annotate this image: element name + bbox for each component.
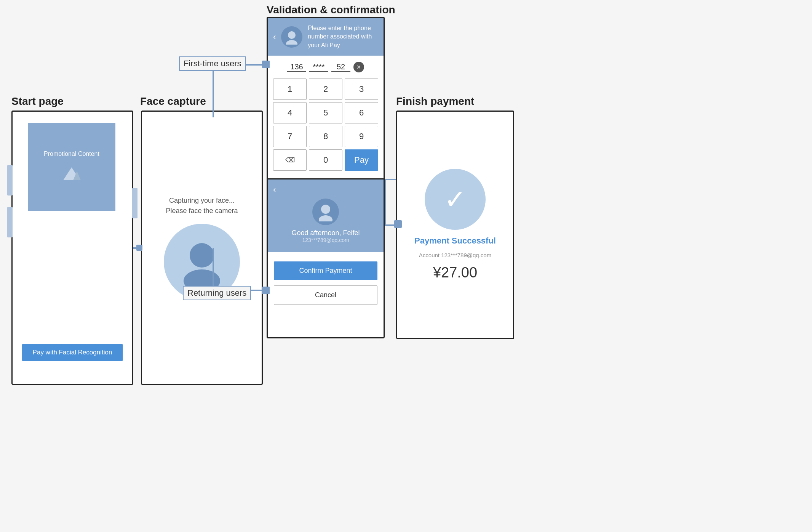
connector-finish-v (385, 179, 386, 224)
checkmark-icon: ✓ (444, 184, 467, 215)
key-8[interactable]: 8 (309, 126, 342, 147)
svg-point-5 (286, 40, 297, 45)
validation-frame: ‹ Please enter the phone number associat… (267, 17, 385, 196)
connector-finish-endpoint (394, 220, 402, 228)
key-0[interactable]: 0 (309, 149, 342, 171)
connector-returning-v (213, 248, 214, 290)
payment-success-label: Payment Successful (414, 236, 496, 246)
validation-avatar (281, 26, 302, 48)
payment-amount: ¥27.00 (433, 264, 477, 281)
start-page-frame: Promotional Content Pay with Facial Reco… (11, 111, 133, 385)
mountain-icon (60, 164, 83, 183)
face-capture-label: Face capture (140, 95, 206, 107)
clear-button[interactable]: ✕ (353, 62, 364, 72)
returning-users-label: Returning users (183, 286, 251, 300)
key-pay[interactable]: Pay (345, 149, 378, 171)
side-tab-left-bottom (7, 207, 13, 237)
finish-payment-frame: ✓ Payment Successful Account 123***789@q… (396, 111, 514, 339)
validation-label: Validation & confirmation (267, 4, 395, 16)
svg-point-4 (288, 31, 296, 39)
connector-finish-h1 (385, 179, 396, 180)
confirm-payment-button[interactable]: Confirm Payment (274, 261, 377, 280)
key-4[interactable]: 4 (273, 102, 307, 123)
svg-point-7 (319, 215, 332, 221)
confirm-frame: ‹ Good afternoon, Feifei 123***789@qq.co… (267, 178, 385, 338)
key-6[interactable]: 6 (345, 102, 378, 123)
confirm-user-name: Good afternoon, Feifei (291, 229, 360, 237)
confirm-avatar-row: Good afternoon, Feifei 123***789@qq.com (273, 199, 378, 243)
validation-header: ‹ Please enter the phone number associat… (268, 18, 384, 56)
connector-first-time-endpoint (262, 61, 270, 68)
face-capture-frame: Capturing your face... Please face the c… (141, 111, 263, 385)
face-capture-text: Capturing your face... Please face the c… (166, 195, 238, 216)
validation-avatar-icon (284, 29, 299, 45)
side-tab-right (132, 188, 137, 218)
face-capture-content: Capturing your face... Please face the c… (142, 112, 262, 384)
phone-seg-2: **** (309, 62, 328, 72)
connector-start-face-dot (136, 245, 142, 251)
side-tab-left-top (7, 165, 13, 195)
key-9[interactable]: 9 (345, 126, 378, 147)
success-circle: ✓ (425, 169, 486, 230)
svg-point-3 (184, 269, 220, 287)
connector-first-time-v1 (213, 64, 214, 117)
key-delete[interactable]: ⌫ (273, 149, 307, 171)
svg-point-6 (321, 205, 330, 214)
connector-returning-endpoint (262, 287, 270, 294)
key-1[interactable]: 1 (273, 79, 307, 100)
face-avatar-icon (177, 237, 227, 287)
confirm-actions: Confirm Payment Cancel (268, 252, 384, 314)
pay-facial-recognition-button[interactable]: Pay with Facial Recognition (22, 344, 123, 361)
back-arrow-icon[interactable]: ‹ (273, 32, 276, 42)
validation-header-text: Please enter the phone number associated… (308, 24, 378, 50)
promo-block: Promotional Content (28, 123, 115, 211)
confirm-avatar (312, 199, 339, 225)
key-2[interactable]: 2 (309, 79, 342, 100)
finish-content: ✓ Payment Successful Account 123***789@q… (397, 112, 513, 338)
finish-payment-label: Finish payment (396, 95, 474, 107)
key-5[interactable]: 5 (309, 102, 342, 123)
key-3[interactable]: 3 (345, 79, 378, 100)
keypad: 1 2 3 4 5 6 7 8 9 ⌫ 0 Pay (268, 75, 384, 174)
promo-label: Promotional Content (44, 151, 99, 157)
confirm-back-arrow-icon[interactable]: ‹ (273, 185, 276, 195)
phone-seg-3: 52 (331, 62, 350, 72)
start-page-label: Start page (11, 95, 64, 107)
payment-account: Account 123***789@qq.com (419, 252, 491, 258)
confirm-email: 123***789@qq.com (302, 237, 349, 243)
confirm-header: ‹ Good afternoon, Feifei 123***789@qq.co… (268, 179, 384, 252)
first-time-users-label: First-time users (179, 56, 246, 71)
cancel-button[interactable]: Cancel (274, 285, 377, 305)
svg-point-2 (190, 243, 214, 268)
phone-inputs: 136 **** 52 ✕ (268, 56, 384, 75)
confirm-avatar-icon (316, 202, 335, 221)
phone-seg-1: 136 (287, 62, 306, 72)
key-7[interactable]: 7 (273, 126, 307, 147)
